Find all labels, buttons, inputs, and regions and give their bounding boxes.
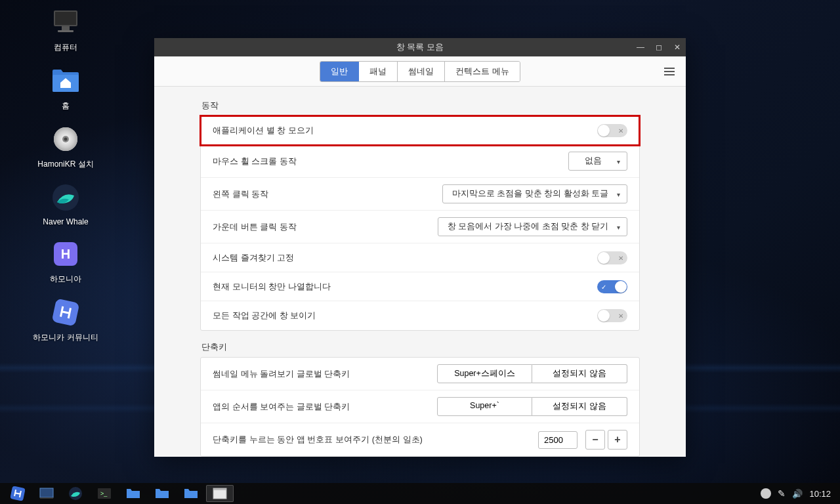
pin-favorites-label: 시스템 즐겨찾기 고정 bbox=[213, 252, 294, 264]
hamonia-icon: H bbox=[50, 238, 81, 270]
desktop-icon-computer[interactable]: 컴퓨터 bbox=[23, 7, 108, 53]
tab-general[interactable]: 일반 bbox=[320, 62, 359, 81]
desktop-icon-label: HamoniKR 설치 bbox=[37, 159, 93, 170]
window-title: 창 목록 모음 bbox=[396, 41, 444, 53]
tray-input-icon[interactable]: ✎ bbox=[778, 488, 786, 499]
hamburger-menu-button[interactable] bbox=[662, 64, 677, 79]
svg-text:>_: >_ bbox=[100, 490, 108, 497]
section-shortcuts-title: 단축키 bbox=[201, 341, 640, 353]
spinner-decrement-button[interactable]: − bbox=[585, 430, 605, 450]
row-group-by-app: 애플리케이션 별 창 모으기 ✕ bbox=[201, 116, 639, 145]
desktop-icon-label: 하모니아 bbox=[50, 274, 81, 285]
app-order-shortcut-key1[interactable]: Super+` bbox=[437, 397, 532, 416]
desktop-icon-label: 컴퓨터 bbox=[54, 42, 77, 53]
mouse-wheel-label: 마우스 휠 스크롤 동작 bbox=[213, 156, 297, 167]
desktop-icons-area: 컴퓨터 홈 HamoniKR 설치 Naver Whale H 하모니아 하모니… bbox=[0, 7, 131, 343]
tray-clock[interactable]: 10:12 bbox=[809, 489, 831, 499]
mouse-wheel-dropdown[interactable]: 없음 bbox=[568, 152, 627, 171]
group-by-app-toggle[interactable]: ✕ bbox=[597, 124, 627, 137]
svg-rect-2 bbox=[62, 26, 70, 30]
thumbnail-shortcut-label: 썸네일 메뉴 돌려보기 글로벌 단축키 bbox=[213, 368, 350, 380]
taskbar: >_ ✎ 🔊 10:12 bbox=[0, 483, 840, 504]
desktop-icon-whale[interactable]: Naver Whale bbox=[23, 182, 108, 226]
tab-panel[interactable]: 패널 bbox=[359, 62, 398, 81]
all-workspaces-label: 모든 작업 공간에 창 보이기 bbox=[213, 310, 316, 322]
spinner-increment-button[interactable]: + bbox=[608, 430, 627, 450]
tabs-toolbar: 일반 패널 썸네일 컨텍스트 메뉴 bbox=[154, 56, 686, 87]
left-click-label: 왼쪽 클릭 동작 bbox=[213, 188, 268, 200]
svg-point-8 bbox=[64, 138, 68, 141]
tab-thumbnail[interactable]: 썸네일 bbox=[398, 62, 445, 81]
taskbar-files-1[interactable] bbox=[119, 485, 147, 502]
show-number-value-input[interactable] bbox=[538, 431, 578, 449]
middle-click-label: 가운데 버튼 클릭 동작 bbox=[213, 221, 297, 233]
svg-rect-1 bbox=[55, 12, 76, 25]
close-button[interactable]: ✕ bbox=[673, 43, 682, 52]
community-icon bbox=[50, 297, 81, 328]
shortcuts-panel: 썸네일 메뉴 돌려보기 글로벌 단축키 Super+스페이스 설정되지 않음 앱… bbox=[200, 357, 640, 457]
taskbar-files-2[interactable] bbox=[148, 485, 176, 502]
row-all-workspaces: 모든 작업 공간에 창 보이기 ✕ bbox=[201, 301, 639, 330]
pin-favorites-toggle[interactable]: ✕ bbox=[597, 251, 627, 264]
desktop-icon-home[interactable]: 홈 bbox=[23, 65, 108, 112]
app-order-shortcut-key2[interactable]: 설정되지 않음 bbox=[532, 397, 627, 416]
row-pin-favorites: 시스템 즐겨찾기 고정 ✕ bbox=[201, 243, 639, 272]
tray-volume-icon[interactable]: 🔊 bbox=[792, 489, 803, 499]
row-thumbnail-shortcut: 썸네일 메뉴 돌려보기 글로벌 단축키 Super+스페이스 설정되지 않음 bbox=[201, 358, 639, 390]
monitor-icon bbox=[50, 7, 81, 38]
taskbar-terminal[interactable]: >_ bbox=[91, 485, 118, 502]
desktop-icon-hamonia[interactable]: H 하모니아 bbox=[23, 238, 108, 285]
svg-rect-20 bbox=[213, 488, 226, 490]
settings-content: 동작 애플리케이션 별 창 모으기 ✕ 마우스 휠 스크롤 동작 없음 왼쪽 클… bbox=[154, 87, 686, 457]
taskbar-start-button[interactable] bbox=[4, 485, 32, 502]
row-mouse-wheel: 마우스 휠 스크롤 동작 없음 bbox=[201, 145, 639, 178]
all-workspaces-toggle[interactable]: ✕ bbox=[597, 309, 627, 322]
current-monitor-label: 현재 모니터의 창만 나열합니다 bbox=[213, 281, 331, 293]
section-behavior-title: 동작 bbox=[201, 100, 640, 112]
window-titlebar[interactable]: 창 목록 모음 — ◻ ✕ bbox=[154, 38, 686, 56]
row-show-number-duration: 단축키를 누르는 동안 앱 번호표 보여주기 (천분의 일초) − + bbox=[201, 423, 639, 456]
svg-text:H: H bbox=[61, 247, 70, 261]
row-left-click: 왼쪽 클릭 동작 마지막으로 초점을 맞춘 창의 활성화 토글 bbox=[201, 178, 639, 211]
row-app-order-shortcut: 앱의 순서를 보여주는 글로벌 단축키 Super+` 설정되지 않음 bbox=[201, 390, 639, 423]
settings-window: 창 목록 모음 — ◻ ✕ 일반 패널 썸네일 컨텍스트 메뉴 동작 애플리케이… bbox=[154, 38, 686, 457]
taskbar-items: >_ bbox=[4, 485, 234, 502]
system-tray: ✎ 🔊 10:12 bbox=[761, 488, 836, 499]
group-by-app-label: 애플리케이션 별 창 모으기 bbox=[213, 125, 314, 136]
taskbar-files-3[interactable] bbox=[177, 485, 205, 502]
whale-browser-icon bbox=[50, 182, 81, 213]
row-current-monitor: 현재 모니터의 창만 나열합니다 ✓ bbox=[201, 272, 639, 301]
svg-rect-3 bbox=[58, 30, 74, 32]
svg-rect-14 bbox=[40, 488, 53, 497]
folder-home-icon bbox=[50, 65, 81, 96]
maximize-button[interactable]: ◻ bbox=[654, 43, 663, 52]
taskbar-whale[interactable] bbox=[62, 485, 89, 502]
show-number-label: 단축키를 누르는 동안 앱 번호표 보여주기 (천분의 일초) bbox=[213, 434, 423, 446]
tray-indicator-icon[interactable] bbox=[761, 488, 771, 499]
left-click-dropdown[interactable]: 마지막으로 초점을 맞춘 창의 활성화 토글 bbox=[442, 184, 627, 203]
row-middle-click: 가운데 버튼 클릭 동작 창 모음에서 가장 나중에 초점 맞춘 창 닫기 bbox=[201, 211, 639, 243]
tab-group: 일반 패널 썸네일 컨텍스트 메뉴 bbox=[320, 61, 520, 82]
thumbnail-shortcut-key2[interactable]: 설정되지 않음 bbox=[532, 364, 627, 383]
disc-icon bbox=[50, 123, 81, 155]
desktop-icon-community[interactable]: 하모니카 커뮤니티 bbox=[23, 297, 108, 343]
desktop-icon-label: 홈 bbox=[62, 100, 70, 112]
middle-click-dropdown[interactable]: 창 모음에서 가장 나중에 초점 맞춘 창 닫기 bbox=[438, 217, 627, 236]
thumbnail-shortcut-key1[interactable]: Super+스페이스 bbox=[437, 364, 532, 383]
minimize-button[interactable]: — bbox=[636, 43, 645, 52]
current-monitor-toggle[interactable]: ✓ bbox=[597, 280, 627, 293]
taskbar-settings-window[interactable] bbox=[206, 485, 234, 502]
behavior-panel: 애플리케이션 별 창 모으기 ✕ 마우스 휠 스크롤 동작 없음 왼쪽 클릭 동… bbox=[200, 116, 640, 331]
app-order-shortcut-label: 앱의 순서를 보여주는 글로벌 단축키 bbox=[213, 401, 350, 413]
svg-rect-15 bbox=[40, 497, 53, 499]
desktop-icon-label: 하모니카 커뮤니티 bbox=[33, 332, 98, 343]
taskbar-show-desktop[interactable] bbox=[33, 485, 60, 502]
tab-context-menu[interactable]: 컨텍스트 메뉴 bbox=[445, 62, 520, 81]
desktop-icon-label: Naver Whale bbox=[43, 217, 88, 226]
desktop-icon-installer[interactable]: HamoniKR 설치 bbox=[23, 123, 108, 170]
